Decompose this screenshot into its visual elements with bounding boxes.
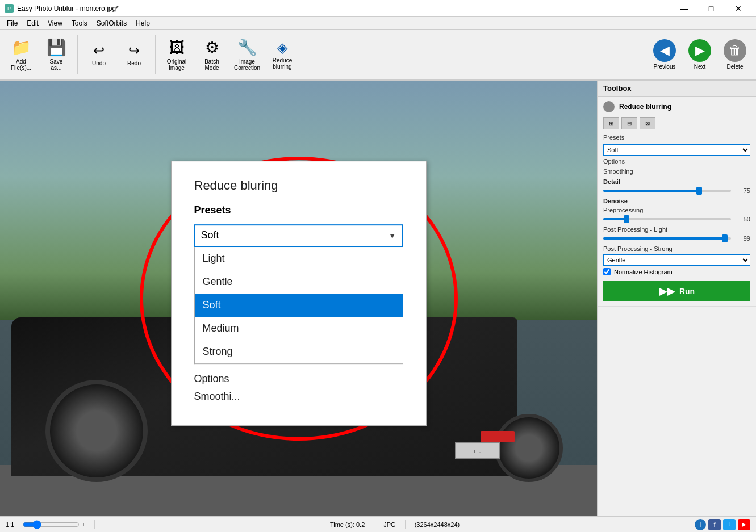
menu-softorbits[interactable]: SoftOrbits [92,18,131,28]
zoom-slider[interactable] [23,520,80,529]
popup-dropdown-list: Light Gentle Soft Medium Strong [194,247,403,364]
add-file-button[interactable]: 📁 Add File(s)... [5,32,37,77]
tool-icon-3[interactable]: ⊠ [640,117,655,129]
popup-select-arrow-icon: ▼ [389,231,396,240]
tool-icon-2[interactable]: ⊟ [621,117,637,129]
menu-edit[interactable]: Edit [22,18,43,28]
toolbox-detail-fill [603,190,699,192]
popup-option-gentle[interactable]: Gentle [195,270,403,294]
info-icon[interactable]: i [695,519,706,530]
status-size: (3264x2448x24) [415,521,460,528]
toolbox-post-light-label: Post Processing - Light [603,226,750,233]
popup-options-label: Options [194,373,229,385]
undo-icon: ↩ [93,43,105,58]
popup-options-row: Options [194,373,403,385]
undo-button[interactable]: ↩ Undo [82,32,115,77]
add-file-icon: 📁 [11,38,31,57]
toolbox-post-strong-select[interactable]: Gentle [603,254,750,266]
toolbox-panel: Toolbox Reduce blurring ⊞ ⊟ ⊠ Presets Li… [597,81,756,516]
maximize-button[interactable]: □ [698,0,724,17]
app-icon: P [5,4,14,13]
batch-mode-button[interactable]: ⚙ Batch Mode [195,32,228,77]
toolbox-denoise-label: Denoise [603,198,750,204]
delete-button[interactable]: 🗑 Delete [719,32,751,77]
redo-button[interactable]: ↪ Redo [118,32,151,77]
toolbox-section-header: Reduce blurring [603,101,750,112]
toolbar-separator-1 [77,35,78,74]
batch-mode-icon: ⚙ [205,38,219,57]
toolbox-presets-dropdown-row: Light Gentle Soft Medium Strong [603,144,750,156]
run-icon: ▶▶ [659,285,675,298]
toolbox-presets-select[interactable]: Light Gentle Soft Medium Strong [603,144,750,156]
delete-icon: 🗑 [724,39,746,62]
popup-option-strong[interactable]: Strong [195,340,403,363]
reduce-blurring-label: Reduce blurring [273,57,292,70]
normalize-histogram-checkbox[interactable] [603,268,611,275]
facebook-icon[interactable]: f [708,519,721,530]
status-format: JPG [383,521,395,528]
toolbox-detail-thumb[interactable] [696,187,702,195]
batch-mode-label: Batch Mode [204,58,219,71]
toolbox-reduce-blurring-section: Reduce blurring ⊞ ⊟ ⊠ Presets Light Gent… [598,97,756,307]
title-bar-controls: — □ ✕ [671,0,751,17]
toolbox-section-title: Reduce blurring [619,103,671,111]
minimize-button[interactable]: — [671,0,697,17]
next-button[interactable]: ▶ Next [683,32,716,77]
menu-help[interactable]: Help [131,18,154,28]
toolbox-post-light-thumb[interactable] [722,234,728,242]
zoom-level: 1:1 [6,521,14,528]
toolbox-post-light-value: 99 [734,235,750,242]
tool-icon-1[interactable]: ⊞ [603,117,619,129]
image-correction-button[interactable]: 🔧 Image Correction [231,32,264,77]
toolbox-preprocessing-slider-row: 50 [603,216,750,223]
previous-icon: ◀ [653,39,676,62]
popup-option-medium[interactable]: Medium [195,317,403,340]
previous-button[interactable]: ◀ Previous [648,32,681,77]
toolbox-header: Toolbox [598,81,756,97]
toolbox-post-light-track [603,237,731,240]
title-bar: P Easy Photo Unblur - montero.jpg* — □ ✕ [0,0,756,17]
status-time: Time (s): 0.2 [330,521,365,528]
status-zoom: 1:1 − + [6,520,85,529]
menu-file[interactable]: File [2,18,22,28]
original-image-label: Original Image [167,58,186,71]
zoom-minus-icon: − [16,521,20,528]
undo-label: Undo [92,60,106,66]
menu-view[interactable]: View [43,18,67,28]
popup-title: Reduce bluring [194,178,403,193]
main-content: H... Reduce bluring Presets Soft ▼ Light… [0,81,756,516]
original-image-icon: 🖼 [169,38,185,57]
toolbox-post-strong-label: Post Processing - Strong [603,245,750,252]
menu-tools[interactable]: Tools [67,18,92,28]
original-image-button[interactable]: 🖼 Original Image [160,32,193,77]
toolbox-post-light-slider-row: 99 [603,235,750,242]
run-label: Run [679,287,695,296]
save-as-label: Save as... [50,58,63,71]
popup-option-light[interactable]: Light [195,247,403,270]
toolbox-preprocessing-thumb[interactable] [624,215,629,223]
popup-select-box[interactable]: Soft ▼ [194,224,403,247]
run-button[interactable]: ▶▶ Run [603,281,750,301]
toolbox-detail-slider-row: 75 [603,187,750,194]
normalize-histogram-label[interactable]: Normalize Histogram [614,269,673,275]
toolbox-preprocessing-value: 50 [734,216,750,223]
reduce-blurring-toolbar-button[interactable]: ◈ Reduce blurring [266,32,299,77]
toolbar-nav-area: ◀ Previous ▶ Next 🗑 Delete [648,32,751,77]
toolbox-icons-row: ⊞ ⊟ ⊠ [603,117,750,129]
image-correction-icon: 🔧 [237,38,257,57]
toolbox-presets-label: Presets [603,134,643,141]
toolbox-detail-track [603,190,731,192]
image-correction-label: Image Correction [234,58,260,71]
save-as-icon: 💾 [47,38,66,57]
add-file-label: Add File(s)... [11,58,31,71]
save-as-button[interactable]: 💾 Save as... [40,32,73,77]
youtube-icon[interactable]: ▶ [738,519,750,530]
menu-bar: File Edit View Tools SoftOrbits Help [0,17,756,30]
popup-option-soft[interactable]: Soft [195,294,403,317]
toolbox-section-icon [603,101,615,112]
toolbar-separator-2 [155,35,156,74]
twitter-icon[interactable]: t [723,519,736,530]
presets-dropdown-popup: Reduce bluring Presets Soft ▼ Light Gent… [171,161,427,426]
close-button[interactable]: ✕ [725,0,751,17]
window-title: Easy Photo Unblur - montero.jpg* [17,5,119,12]
